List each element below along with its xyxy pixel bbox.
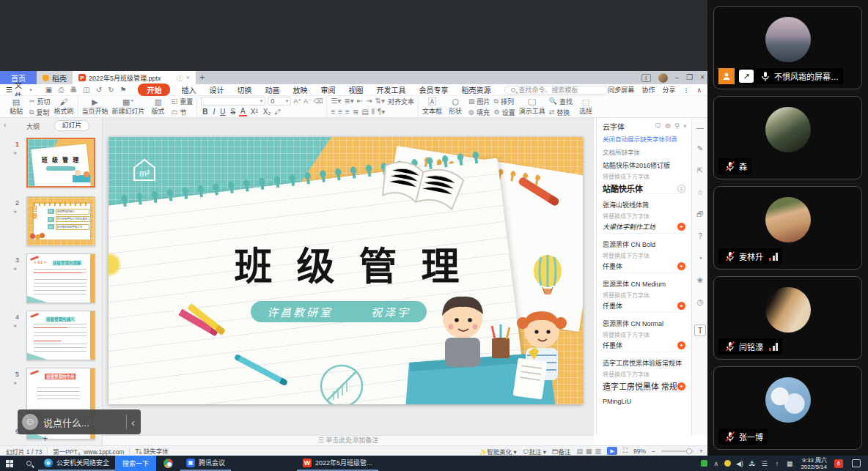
taskbar-edge-item[interactable]: e 公安机关网络安全 — [38, 456, 115, 471]
volume-icon[interactable]: ◀) — [735, 460, 743, 467]
slide-thumbnail-3[interactable]: < 01 > 班级管理的理解 — [26, 253, 95, 303]
image-button[interactable]: ▨图片 — [468, 97, 490, 106]
font-item[interactable]: 思源黑体 CN Medium 将替换成下方字体 仟墨体✦ — [603, 276, 685, 313]
decrease-font-icon[interactable]: A⁻ — [304, 97, 312, 105]
shapes-button[interactable]: ⬡形状 — [446, 98, 465, 116]
taskbar-clock[interactable]: 9:33 周六 2022/5/14 — [798, 457, 830, 470]
strikethrough-button[interactable]: S — [229, 108, 237, 116]
ribbon-tab-animation[interactable]: 动画 — [258, 84, 286, 95]
disable-font-list-link[interactable]: 关闭自动展示缺失字体列表 — [603, 134, 677, 143]
slideshow-play-button[interactable]: ▶ — [607, 447, 617, 455]
participant-tile[interactable]: 麦林升 — [713, 186, 862, 270]
distribute-icon[interactable]: ▤ — [361, 108, 368, 116]
italic-button[interactable]: I — [211, 108, 216, 116]
copy-button[interactable]: ⧉复制 — [29, 108, 51, 117]
present-tools-button[interactable]: 🖵演示工具 — [519, 98, 545, 116]
ribbon-tab-review[interactable]: 审阅 — [314, 84, 342, 95]
new-tab-button[interactable]: + — [196, 71, 209, 84]
note-button[interactable]: 🗔备注 — [552, 447, 571, 456]
layout-button[interactable]: ▥版式 — [149, 98, 168, 116]
bold-button[interactable]: B — [201, 108, 209, 116]
font-item[interactable]: 站酷快乐体2016修订版 将替换成下方字体 站酷快乐体⇩ — [603, 157, 685, 194]
print-icon[interactable]: 🖶 — [70, 86, 77, 94]
export-icon[interactable]: ⎙ — [58, 86, 64, 94]
minimize-button[interactable]: – — [675, 73, 680, 83]
close-button[interactable]: × — [700, 73, 705, 83]
cut-button[interactable]: ✂剪切 — [29, 97, 51, 106]
undo-icon[interactable]: ↺ — [96, 86, 102, 94]
taskbar-wps-item[interactable]: W 2022年5月班级管... — [297, 456, 378, 471]
paste-button[interactable]: ▤粘贴 — [7, 98, 26, 116]
red-notification-app-icon[interactable]: 6 — [834, 459, 843, 468]
increase-font-icon[interactable]: A⁺ — [293, 97, 301, 105]
tab-slides[interactable]: 幻灯片 — [54, 120, 89, 131]
ribbon-tab-docker-res[interactable]: 稻壳资源 — [455, 84, 497, 95]
play-from-current-button[interactable]: ▶当页开始 — [82, 98, 108, 116]
textbox-button[interactable]: 🄰文本框 — [422, 98, 442, 116]
indent-icon[interactable]: ⇥ — [366, 97, 372, 106]
align-center-icon[interactable]: ≡ — [338, 108, 342, 116]
slide-thumbnail-1[interactable]: 班 级 管 理 — [26, 138, 95, 188]
feedback-icon[interactable]: 🗨 — [655, 122, 661, 130]
ribbon-tab-view[interactable]: 视图 — [342, 84, 369, 95]
reading-view-icon[interactable]: ▥ — [595, 448, 602, 455]
sorter-view-icon[interactable]: ▦ — [586, 448, 592, 455]
layout-pane-icon[interactable]: 🗗 — [694, 209, 706, 220]
arrange-button[interactable]: ⧉排列 — [494, 97, 515, 106]
columns-icon[interactable]: ⫴ — [372, 108, 375, 116]
format-painter-button[interactable]: 🖌格式刷 — [54, 98, 74, 116]
font-item[interactable]: 思源黑体 CN Normal 将替换成下方字体 仟墨体✦ — [603, 316, 685, 352]
zoom-slider-knob[interactable] — [686, 448, 692, 454]
ribbon-tab-insert[interactable]: 插入 — [174, 84, 202, 95]
slide-canvas[interactable]: m² — [108, 137, 583, 404]
font-item[interactable]: 张海山锐线体简 将替换成下方字体 大梁体字制作工坊✦ — [603, 197, 685, 234]
participant-tile[interactable]: 闫铭濠 — [713, 276, 862, 360]
chat-input-placeholder[interactable]: 说点什么... — [43, 415, 122, 429]
find-button[interactable]: 🔍查找 — [549, 97, 573, 106]
participant-tile[interactable]: ↗ 不惧风霜的屏幕… — [713, 6, 862, 89]
start-button[interactable] — [0, 460, 19, 467]
clock-pane-icon[interactable]: ◷ — [694, 297, 706, 308]
star-resource-icon[interactable]: ☆ — [694, 187, 706, 199]
notification-icon[interactable]: ! — [641, 74, 651, 82]
slide-title[interactable]: 班 级 管 理 — [208, 236, 493, 291]
slide-thumbnail-4[interactable]: 班级管理的涵义 — [26, 311, 95, 360]
account-avatar[interactable] — [658, 73, 668, 83]
font-size-select[interactable]: 0▾ — [268, 97, 291, 105]
taskbar-search-badge[interactable]: 搜索一下 — [115, 456, 156, 471]
section-button[interactable]: 🗀节 — [172, 108, 194, 117]
align-right-icon[interactable]: ≡ — [345, 108, 350, 116]
chart-pane-icon[interactable]: ◔ — [694, 253, 706, 264]
close-panel-icon[interactable]: × — [683, 122, 687, 130]
zoom-level[interactable]: 99% — [633, 448, 646, 455]
ribbon-tab-start[interactable]: 开始 — [138, 84, 170, 96]
font-item[interactable]: PMingLiU — [603, 395, 685, 431]
slide-subtitle-pill[interactable]: 许昌教研室 祝泽宇 — [251, 301, 427, 322]
bullets-icon[interactable]: ☰▾ — [331, 97, 341, 106]
underline-button[interactable]: U — [218, 108, 227, 116]
ribbon-tab-design[interactable]: 设计 — [202, 84, 230, 95]
fill-button[interactable]: ◍填充 — [468, 108, 490, 117]
font-item[interactable]: 思源黑体 CN Bold 将替换成下方字体 仟墨体✦ — [603, 237, 685, 273]
subscript-button[interactable]: X₂ — [262, 108, 273, 116]
font-family-select[interactable]: ▾ — [201, 97, 265, 105]
fit-window-icon[interactable]: ⛶ — [623, 447, 628, 455]
align-text-button[interactable]: 对齐文本 — [388, 97, 414, 106]
align-tool-icon[interactable]: ⇱ — [694, 165, 706, 177]
meeting-chat-overlay[interactable]: ☺ 说点什么... ‹ — [18, 409, 141, 434]
browser-icon[interactable] — [163, 459, 173, 468]
gear-icon[interactable]: ⚙ — [665, 122, 671, 130]
numbering-icon[interactable]: ≣▾ — [344, 97, 353, 106]
line-spacing-icon[interactable]: ⇅▾ — [375, 97, 385, 106]
replace-button[interactable]: ⇄替换 — [549, 108, 573, 117]
normal-view-icon[interactable]: ▤ — [577, 448, 584, 455]
comment-button[interactable]: 🗩批注 ▾ — [523, 447, 546, 456]
tab-docker[interactable]: 稻壳 — [37, 71, 73, 84]
notes-bar[interactable]: ☰ 单击此处添加备注 — [103, 435, 594, 445]
style-brush-icon[interactable]: ✎ — [694, 143, 706, 155]
ribbon-tab-member[interactable]: 会员专享 — [412, 84, 455, 95]
more-icon[interactable]: ⋮ — [683, 86, 689, 94]
font-color-button[interactable]: A — [239, 107, 247, 116]
panel-collapse-icon[interactable]: ‹ — [4, 121, 6, 129]
task-list-icon[interactable]: ☰ — [760, 460, 768, 467]
